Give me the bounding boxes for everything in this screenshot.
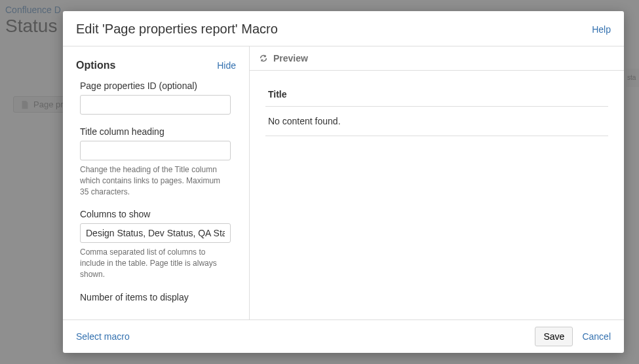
- preview-column-title: Title: [265, 82, 608, 107]
- preview-panel: Preview Title No content found.: [250, 46, 624, 319]
- page-properties-id-input[interactable]: [80, 95, 231, 115]
- dialog-header: Edit 'Page properties report' Macro Help: [63, 11, 624, 46]
- field-help-text: Change the heading of the Title column w…: [80, 164, 231, 197]
- options-fields: Page properties ID (optional) Title colu…: [63, 74, 249, 306]
- preview-empty-message: No content found.: [265, 107, 608, 136]
- edit-macro-dialog: Edit 'Page properties report' Macro Help…: [63, 11, 624, 353]
- options-panel: Options Hide Page properties ID (optiona…: [63, 46, 250, 319]
- field-page-properties-id: Page properties ID (optional): [80, 81, 236, 115]
- preview-label: Preview: [273, 53, 308, 64]
- field-label: Title column heading: [80, 126, 236, 137]
- refresh-icon[interactable]: [259, 54, 268, 63]
- help-link[interactable]: Help: [592, 24, 611, 35]
- select-macro-link[interactable]: Select macro: [76, 331, 130, 342]
- footer-actions: Save Cancel: [535, 327, 611, 346]
- field-number-of-items: Number of items to display: [80, 292, 236, 302]
- field-label: Number of items to display: [80, 292, 236, 302]
- cancel-button[interactable]: Cancel: [582, 331, 611, 342]
- save-button[interactable]: Save: [535, 327, 573, 346]
- field-label: Columns to show: [80, 209, 236, 219]
- preview-body: Title No content found.: [250, 71, 624, 319]
- columns-to-show-input[interactable]: [80, 223, 231, 243]
- hide-link[interactable]: Hide: [217, 60, 236, 71]
- options-heading: Options: [76, 60, 115, 71]
- options-panel-header: Options Hide: [63, 46, 249, 74]
- field-title-column-heading: Title column heading Change the heading …: [80, 126, 236, 197]
- field-help-text: Comma separated list of columns to inclu…: [80, 247, 231, 280]
- preview-header: Preview: [250, 46, 624, 71]
- title-column-heading-input[interactable]: [80, 141, 231, 160]
- field-columns-to-show: Columns to show Comma separated list of …: [80, 209, 236, 280]
- dialog-footer: Select macro Save Cancel: [63, 319, 624, 353]
- dialog-title: Edit 'Page properties report' Macro: [76, 22, 278, 37]
- dialog-body: Options Hide Page properties ID (optiona…: [63, 46, 624, 319]
- field-label: Page properties ID (optional): [80, 81, 236, 91]
